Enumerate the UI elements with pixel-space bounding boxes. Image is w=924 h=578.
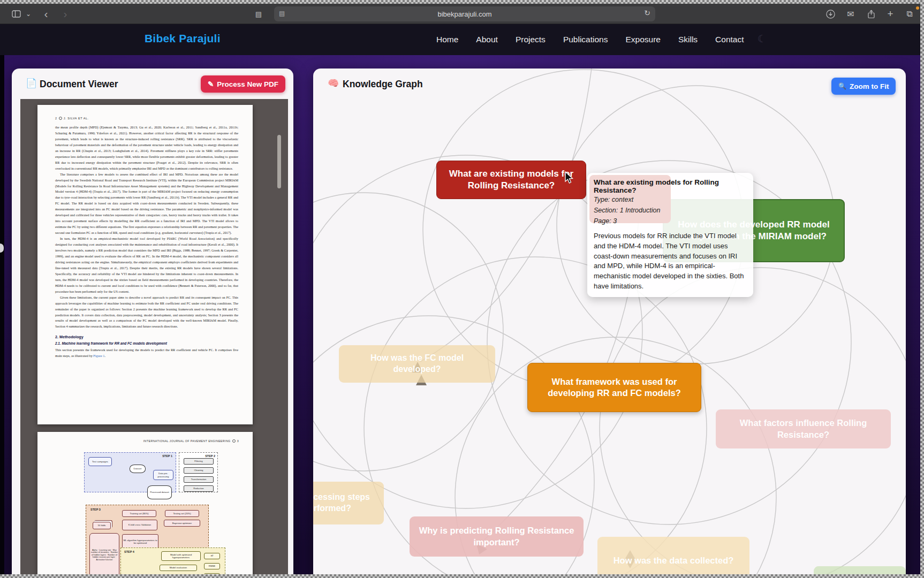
nav-item-contact[interactable]: Contact	[715, 35, 744, 44]
document-icon: 📄	[26, 78, 37, 89]
tooltip-page: Page: 3	[594, 217, 747, 226]
nav-item-projects[interactable]: Projects	[516, 35, 546, 44]
pdf-paragraph: The literature comprises a few models to…	[55, 172, 238, 236]
flow-node-10-folds: 10 folds	[93, 522, 111, 529]
new-tab-button[interactable]: +	[882, 4, 898, 24]
tooltip-title: What are existing models for Rolling Res…	[594, 178, 747, 194]
process-new-pdf-label: Process New PDF	[217, 80, 278, 88]
share-icon	[867, 10, 875, 19]
download-icon	[826, 10, 835, 19]
tooltip-body: Previous models for RR include the VTI m…	[594, 231, 747, 291]
step1-label: STEP 1	[162, 454, 172, 458]
flow-node-ml-hyperparameters: ML algorithm hyperparameters to be optim…	[122, 534, 158, 549]
document-viewer-panel: 📄 Document Viewer ✎ Process New PDF 2 J.…	[12, 69, 293, 578]
open-access-icon	[232, 439, 236, 443]
graph-node-fc-model-developed[interactable]: How was the FC model developed?	[339, 345, 495, 383]
forward-icon: ›	[64, 7, 67, 20]
flow-node-cleaning: Cleaning	[184, 467, 214, 474]
mail-icon: ✉	[847, 9, 854, 19]
reader-icon: ▤	[255, 10, 262, 18]
nav-item-exposure[interactable]: Exposure	[625, 35, 660, 44]
pdf-paragraph: In turn, the HDM-4 is an empirical-mecha…	[55, 236, 238, 295]
flow-node-preprocessing: Data pre-processing	[153, 470, 173, 480]
graph-canvas[interactable]: What are existing models for Rolling Res…	[313, 69, 906, 578]
graph-edges	[313, 69, 906, 578]
pdf-viewer[interactable]: 2 J. SILVA ET AL. the mean profile depth…	[20, 99, 288, 578]
window-left-edge	[0, 55, 4, 578]
flow-node-dataset: Dataset	[130, 465, 146, 473]
step2-label: STEP 2	[205, 454, 215, 458]
flow-node-rmse: RMSE	[204, 563, 220, 569]
pdf-paragraph: Given these limitations, the current pap…	[55, 295, 238, 330]
graph-node-factors-influence[interactable]: What factors influence Rolling Resistanc…	[716, 409, 891, 448]
pdf-page-number: 2	[55, 117, 57, 120]
site-logo[interactable]: Bibek Parajuli	[145, 32, 221, 45]
pdf-page1-header: 2 J. SILVA ET AL.	[55, 117, 238, 120]
forward-button[interactable]: ›	[59, 4, 72, 24]
browser-toolbar: ⌄ ‹ › ▤ ▤ bibekparajuli.com ↻ ✉ + ⧉	[0, 4, 924, 24]
flow-node-filtering: Filtering	[184, 458, 214, 465]
pdf-section-heading: 2. Methodology	[55, 334, 238, 339]
pdf-paragraph: This section presents the framework used…	[55, 347, 238, 359]
dark-mode-toggle[interactable]: ☾	[758, 33, 767, 45]
node-tooltip: What are existing models for Rolling Res…	[587, 173, 753, 297]
sidebar-icon	[12, 10, 21, 18]
nav-item-publications[interactable]: Publications	[563, 35, 608, 44]
tooltip-type: Type: context	[594, 195, 747, 205]
graph-node-framework[interactable]: What framework was used for developing R…	[527, 363, 701, 412]
flow-node-model-evaluation: Model evaluation	[160, 565, 197, 571]
site-navbar: Bibek Parajuli Home About Projects Publi…	[0, 24, 924, 55]
graph-node-why-predicting[interactable]: Why is predicting Rolling Resistance imp…	[410, 516, 584, 557]
document-viewer-title: Document Viewer	[40, 79, 118, 90]
screenshot-edge-artifact	[0, 574, 924, 578]
downloads-button[interactable]	[822, 4, 838, 24]
flow-node-model-optimized: Model with optimized hyperparameters	[161, 551, 201, 561]
flow-node-r2: R²	[204, 553, 220, 559]
back-icon: ‹	[44, 7, 48, 20]
share-button[interactable]	[863, 4, 879, 24]
address-bar[interactable]: ▤ bibekparajuli.com ↻	[274, 6, 655, 21]
tab-overview-button[interactable]: ⧉	[902, 4, 918, 24]
graph-node-data-collected[interactable]: How was the data collected?	[597, 537, 749, 578]
tooltip-section: Section: 1 Introduction	[594, 206, 747, 216]
url-text: bibekparajuli.com	[437, 10, 491, 18]
screenshot-edge-artifact	[920, 0, 924, 578]
nav-item-home[interactable]: Home	[436, 35, 458, 44]
flow-node-hyperparameter-list: Alpha · Learning rate · Max number of it…	[89, 533, 119, 577]
pen-icon: ✎	[208, 80, 214, 88]
nav-item-skills[interactable]: Skills	[678, 35, 698, 44]
sidebar-toggle-button[interactable]	[9, 4, 23, 24]
chevron-down-icon: ⌄	[26, 10, 31, 18]
nav-item-about[interactable]: About	[476, 35, 498, 44]
figure-1-link[interactable]: Figure 1	[93, 354, 104, 358]
pdf-paragraph-text: This section presents the framework used…	[55, 348, 238, 358]
document-viewer-header: 📄 Document Viewer ✎ Process New PDF	[12, 69, 293, 99]
flow-node-bayesian-optimizer: Bayesian optimizer	[164, 520, 200, 527]
sidebar-chevron-button[interactable]: ⌄	[24, 4, 33, 24]
pdf-page1-body: the mean profile depth (MPD) (Ejsmont & …	[55, 125, 238, 359]
nav-links: Home About Projects Publications Exposur…	[436, 24, 744, 55]
flow-node-testing-set: Testing set (20%)	[165, 510, 199, 517]
pdf-scrollbar-thumb[interactable]	[277, 135, 281, 188]
journal-name: INTERNATIONAL JOURNAL OF PAVEMENT ENGINE…	[143, 439, 231, 443]
flow-node-processed-dataset: Processed dataset	[147, 485, 172, 499]
mouse-cursor	[564, 171, 574, 184]
flow-node-test-campaigns: Test campaigns	[88, 457, 112, 466]
graph-node-preprocessing-steps[interactable]: What preprocessing steps were performed?	[313, 482, 384, 524]
flow-node-kfold: K-fold cross Validation	[122, 520, 157, 530]
journal-page-number: 3	[237, 439, 239, 443]
back-button[interactable]: ‹	[40, 4, 52, 24]
open-access-icon	[59, 117, 62, 120]
browser-window: ⌄ ‹ › ▤ ▤ bibekparajuli.com ↻ ✉ + ⧉ Bibe…	[0, 0, 924, 578]
page-background: 📄 Document Viewer ✎ Process New PDF 2 J.…	[0, 55, 924, 578]
reload-icon[interactable]: ↻	[644, 9, 650, 17]
site-proxy-icon: ▤	[279, 10, 285, 17]
pdf-paragraph-end: .	[105, 354, 106, 358]
tabs-icon: ⧉	[906, 9, 912, 19]
recording-indicator-dot	[916, 6, 919, 10]
process-new-pdf-button[interactable]: ✎ Process New PDF	[201, 75, 285, 93]
page-settings-button[interactable]: ▤	[253, 4, 264, 24]
mail-button[interactable]: ✉	[843, 4, 859, 24]
pdf-page-1: 2 J. SILVA ET AL. the mean profile depth…	[37, 105, 253, 424]
flow-node-reduction: Reduction	[184, 485, 214, 492]
